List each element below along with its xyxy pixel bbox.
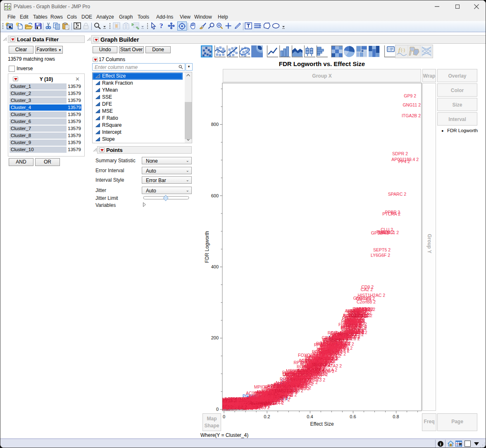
- svg-text:RP11-794J4.5 2: RP11-794J4.5 2: [286, 375, 317, 379]
- svg-text:GATA1 2: GATA1 2: [345, 318, 363, 323]
- svg-text:SEPT5 2: SEPT5 2: [373, 247, 391, 252]
- svg-text:LY6G6F 2: LY6G6F 2: [371, 253, 390, 258]
- svg-text:PTCRA 2: PTCRA 2: [382, 211, 400, 216]
- svg-text:C2orf88 2: C2orf88 2: [357, 299, 376, 304]
- svg-text:CLDN5 2: CLDN5 2: [293, 380, 311, 385]
- svg-text:DAB27 2: DAB27 2: [275, 388, 292, 393]
- svg-text:SELP7 2: SELP7 2: [323, 347, 341, 352]
- svg-text:PF4 2: PF4 2: [398, 159, 410, 164]
- svg-text:AHSP 2: AHSP 2: [352, 324, 367, 329]
- svg-text:GP9 2: GP9 2: [404, 93, 416, 98]
- svg-text:SLC4A1 2: SLC4A1 2: [300, 369, 319, 374]
- svg-text:SDPR 2: SDPR 2: [392, 151, 408, 156]
- svg-text:GP1BA 2: GP1BA 2: [371, 230, 389, 235]
- svg-text:SRGN8 2: SRGN8 2: [312, 362, 330, 367]
- svg-text:SLC4A18 2: SLC4A18 2: [331, 331, 353, 336]
- svg-text:GNG11 2: GNG11 2: [403, 102, 421, 107]
- svg-text:ALAS2 2: ALAS2 2: [356, 307, 374, 312]
- svg-text:ITGA2B 2: ITGA2B 2: [402, 113, 421, 118]
- svg-text:CLDN5 2: CLDN5 2: [226, 404, 244, 409]
- svg-text:SPHK16 2: SPHK16 2: [252, 397, 272, 402]
- svg-text:SPARC 2: SPARC 2: [388, 192, 406, 197]
- svg-text:(·): (·): [401, 48, 405, 52]
- svg-text:FOXO3 2: FOXO3 2: [348, 313, 367, 318]
- svg-text:CA2 2: CA2 2: [361, 287, 373, 292]
